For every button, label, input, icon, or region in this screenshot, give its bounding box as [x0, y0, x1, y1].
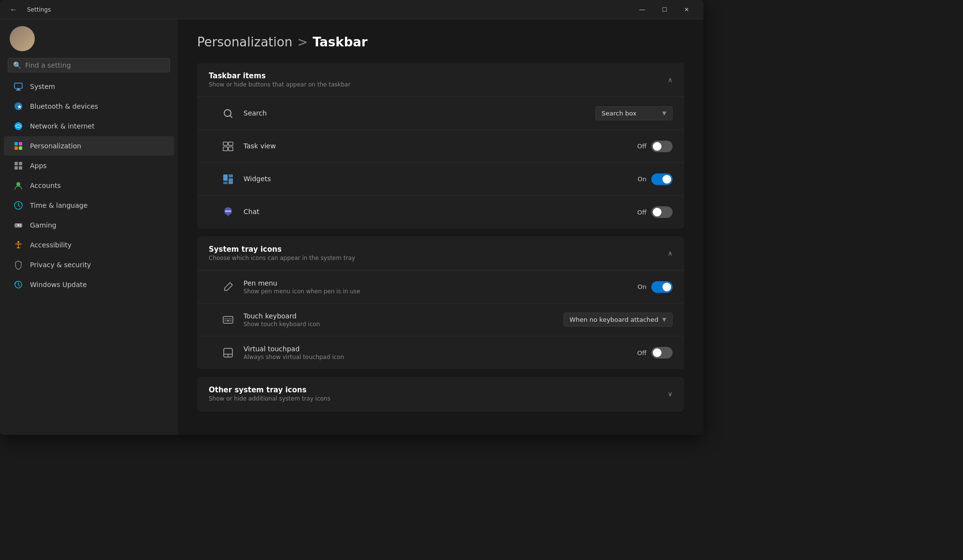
row-title-widgets: Widgets — [244, 175, 634, 183]
chevron-down-icon — [668, 390, 673, 398]
row-title-virtual-touchpad: Virtual touchpad — [244, 345, 634, 353]
section-title-taskbar-items: Taskbar items — [209, 72, 350, 80]
sidebar-item-label-accounts: Accounts — [30, 182, 61, 189]
sidebar-item-windows-update[interactable]: Windows Update — [4, 275, 174, 294]
row-title-search: Search — [244, 109, 595, 117]
toggle-widgets[interactable] — [651, 173, 673, 185]
sidebar-item-label-accessibility: Accessibility — [30, 241, 72, 249]
avatar — [10, 26, 35, 51]
setting-row-virtual-touchpad: Virtual touchpad Always show virtual tou… — [197, 336, 684, 369]
svg-rect-40 — [230, 318, 231, 319]
svg-rect-39 — [229, 318, 230, 319]
sidebar: 🔍 System★Bluetooth & devicesNetwork & in… — [0, 19, 178, 435]
svg-rect-13 — [19, 166, 22, 170]
sidebar-item-personalization[interactable]: Personalization — [4, 136, 174, 156]
row-icon-virtual-touchpad — [220, 345, 236, 360]
search-input[interactable] — [25, 61, 165, 69]
breadcrumb-separator: > — [297, 35, 308, 49]
svg-point-35 — [230, 211, 231, 212]
svg-point-33 — [226, 211, 227, 212]
sidebar-item-label-apps: Apps — [30, 162, 47, 170]
title-bar: ← Settings — ☐ ✕ — [0, 0, 704, 19]
sidebar-item-label-personalization: Personalization — [30, 142, 81, 150]
section-header-text-taskbar-items: Taskbar items Show or hide buttons that … — [209, 72, 350, 88]
svg-rect-38 — [227, 318, 228, 319]
toggle-label-widgets: On — [634, 175, 647, 183]
sidebar-item-bluetooth[interactable]: ★Bluetooth & devices — [4, 97, 174, 116]
toggle-task-view[interactable] — [651, 141, 673, 152]
svg-rect-12 — [14, 166, 18, 170]
system-icon — [14, 82, 23, 91]
minimize-button[interactable]: — — [631, 0, 653, 19]
setting-row-widgets: Widgets On — [197, 163, 684, 196]
svg-rect-43 — [230, 320, 231, 321]
svg-point-21 — [17, 241, 19, 243]
svg-text:★: ★ — [17, 103, 22, 110]
privacy-icon — [14, 260, 23, 270]
dropdown-control-search: Search box ▼ — [595, 106, 673, 120]
setting-row-task-view: Task view Off — [197, 130, 684, 163]
dropdown-arrow-touch-keyboard: ▼ — [662, 316, 666, 323]
svg-rect-36 — [223, 316, 233, 323]
toggle-label-pen-menu: On — [634, 283, 647, 290]
toggle-pen-menu[interactable] — [651, 281, 673, 293]
sidebar-item-privacy[interactable]: Privacy & security — [4, 255, 174, 274]
svg-rect-31 — [223, 182, 228, 184]
row-content-task-view: Task view — [244, 142, 634, 151]
svg-rect-10 — [14, 162, 18, 165]
sidebar-item-label-windows-update: Windows Update — [30, 281, 87, 288]
row-title-touch-keyboard: Touch keyboard — [244, 312, 563, 320]
chevron-up-icon — [668, 76, 673, 84]
maximize-button[interactable]: ☐ — [653, 0, 676, 19]
update-icon — [14, 280, 23, 289]
main-content: Personalization > Taskbar Taskbar items … — [178, 19, 704, 435]
section-header-other-system-tray-icons[interactable]: Other system tray icons Show or hide add… — [197, 377, 684, 411]
sidebar-item-gaming[interactable]: Gaming — [4, 215, 174, 235]
row-content-chat: Chat — [244, 208, 634, 216]
dropdown-touch-keyboard[interactable]: When no keyboard attached ▼ — [563, 313, 673, 327]
section-taskbar-items: Taskbar items Show or hide buttons that … — [197, 63, 684, 229]
network-icon — [14, 121, 23, 131]
svg-rect-1 — [17, 89, 20, 90]
section-desc-other-system-tray-icons: Show or hide additional system tray icon… — [209, 395, 331, 402]
sidebar-item-network[interactable]: Network & internet — [4, 116, 174, 136]
chevron-up-icon — [668, 249, 673, 257]
window-title: Settings — [27, 6, 51, 13]
toggle-thumb-virtual-touchpad — [653, 348, 661, 357]
svg-rect-2 — [16, 90, 21, 91]
toggle-label-virtual-touchpad: Off — [634, 349, 647, 357]
svg-rect-26 — [223, 147, 228, 151]
close-button[interactable]: ✕ — [676, 0, 698, 19]
sidebar-item-accessibility[interactable]: Accessibility — [4, 235, 174, 255]
toggle-virtual-touchpad[interactable] — [651, 347, 673, 359]
sidebar-item-label-time: Time & language — [30, 201, 87, 209]
bluetooth-icon: ★ — [14, 101, 23, 111]
svg-point-20 — [20, 226, 21, 227]
section-desc-taskbar-items: Show or hide buttons that appear on the … — [209, 81, 350, 88]
svg-rect-41 — [225, 320, 226, 321]
toggle-chat[interactable] — [651, 206, 673, 218]
row-content-touch-keyboard: Touch keyboard Show touch keyboard icon — [244, 312, 563, 328]
row-desc-pen-menu: Show pen menu icon when pen is in use — [244, 288, 634, 295]
toggle-thumb-pen-menu — [662, 283, 671, 291]
row-icon-widgets — [220, 172, 236, 187]
back-button[interactable]: ← — [6, 3, 21, 16]
section-header-system-tray-icons[interactable]: System tray icons Choose which icons can… — [197, 236, 684, 271]
row-content-search: Search — [244, 109, 595, 118]
svg-rect-8 — [14, 146, 18, 150]
row-content-pen-menu: Pen menu Show pen menu icon when pen is … — [244, 279, 634, 295]
search-box[interactable]: 🔍 — [8, 58, 170, 72]
row-icon-chat — [220, 204, 236, 220]
section-header-taskbar-items[interactable]: Taskbar items Show or hide buttons that … — [197, 63, 684, 97]
sidebar-item-accounts[interactable]: Accounts — [4, 176, 174, 195]
dropdown-search[interactable]: Search box ▼ — [595, 106, 673, 120]
sidebar-item-apps[interactable]: Apps — [4, 156, 174, 175]
svg-rect-37 — [225, 318, 226, 319]
svg-point-14 — [16, 182, 20, 186]
svg-rect-6 — [14, 142, 18, 145]
row-title-chat: Chat — [244, 208, 634, 215]
sidebar-item-system[interactable]: System — [4, 77, 174, 96]
toggle-control-virtual-touchpad: Off — [634, 347, 673, 359]
toggle-thumb-widgets — [662, 175, 671, 184]
sidebar-item-time[interactable]: Time & language — [4, 196, 174, 215]
